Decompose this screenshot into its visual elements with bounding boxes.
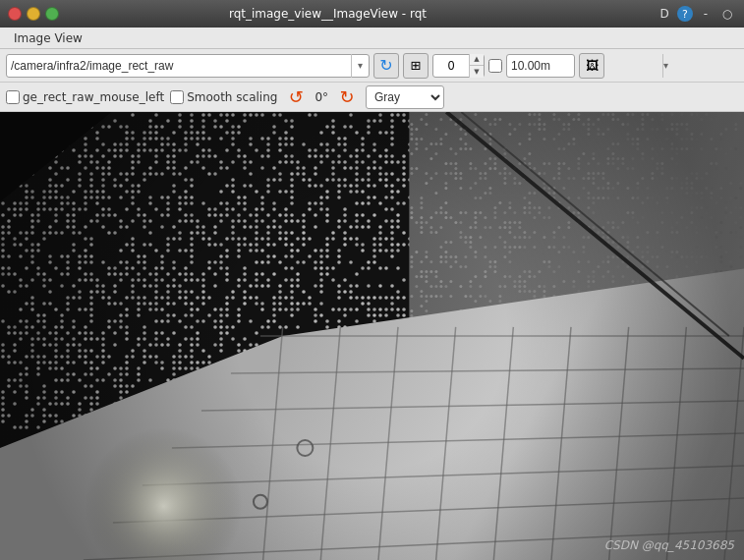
dock-icon[interactable]: - [697, 5, 715, 23]
refresh-icon: ↻ [379, 56, 392, 75]
help-icon[interactable]: D [656, 5, 673, 23]
window-controls [8, 7, 59, 21]
menu-bar: Image View [0, 28, 744, 49]
zoom-up-button[interactable]: ▲ [470, 54, 484, 67]
zoom-checkbox-item[interactable] [488, 59, 502, 73]
smooth-scaling-checkbox[interactable] [170, 90, 184, 104]
menu-item-image-view[interactable]: Image View [6, 29, 90, 47]
rotate-right-icon: ↻ [339, 86, 354, 107]
mouse-event-label: ge_rect_raw_mouse_left [23, 90, 164, 104]
smooth-scaling-label: Smooth scaling [187, 90, 277, 104]
colormap-select[interactable]: Gray Autumn Bone Jet Winter Rainbow Ocea… [367, 89, 443, 105]
title-bar: rqt_image_view__ImageView - rqt D ? - ○ [0, 0, 744, 28]
minimize-button[interactable] [27, 7, 40, 21]
maximize-button[interactable] [45, 7, 59, 21]
zoom-checkbox[interactable] [488, 59, 502, 73]
window-title: rqt_image_view__ImageView - rqt [65, 7, 591, 21]
zoom-spin-buttons: ▲ ▼ [469, 54, 484, 78]
screenshot-button[interactable]: 🖼 [579, 53, 604, 79]
mouse-event-checkbox-item[interactable]: ge_rect_raw_mouse_left [6, 90, 164, 104]
main-container: Image View ▾ ↻ ⊞ ▲ ▼ [0, 28, 744, 560]
fit-button[interactable]: ⊞ [403, 53, 429, 79]
refresh-button[interactable]: ↻ [373, 53, 399, 79]
zoom-multiplier-combo[interactable]: ▾ [506, 54, 575, 78]
watermark-text: CSDN @qq_45103685 [604, 538, 734, 552]
smooth-scaling-checkbox-item[interactable]: Smooth scaling [170, 90, 277, 104]
image-display-area: CSDN @qq_45103685 [0, 112, 744, 560]
zoom-multiplier-arrow[interactable]: ▾ [662, 54, 668, 78]
topic-combo-arrow[interactable]: ▾ [351, 54, 369, 78]
rotation-degree-label: 0° [315, 90, 328, 104]
zoom-value-input[interactable] [433, 59, 469, 73]
zoom-input-group[interactable]: ▲ ▼ [432, 54, 485, 78]
toolbar-row1: ▾ ↻ ⊞ ▲ ▼ ▾ 🖼 [0, 49, 744, 83]
rotate-left-icon: ↺ [289, 86, 304, 107]
rotate-right-button[interactable]: ↻ [334, 84, 360, 110]
rotate-left-button[interactable]: ↺ [283, 84, 309, 110]
title-right-icons: D ? - ○ [656, 5, 736, 23]
topic-combobox[interactable]: ▾ [6, 54, 370, 78]
float-icon[interactable]: ○ [718, 5, 736, 23]
topic-input[interactable] [7, 59, 351, 73]
zoom-down-button[interactable]: ▼ [470, 66, 484, 78]
camera-image-canvas [0, 112, 744, 560]
close-button[interactable] [8, 7, 22, 21]
screenshot-icon: 🖼 [586, 58, 599, 73]
fit-icon: ⊞ [411, 58, 422, 73]
colormap-combo[interactable]: Gray Autumn Bone Jet Winter Rainbow Ocea… [366, 85, 444, 109]
toolbar-row2: ge_rect_raw_mouse_left Smooth scaling ↺ … [0, 83, 744, 112]
info-icon[interactable]: ? [677, 6, 693, 22]
mouse-event-checkbox[interactable] [6, 90, 20, 104]
